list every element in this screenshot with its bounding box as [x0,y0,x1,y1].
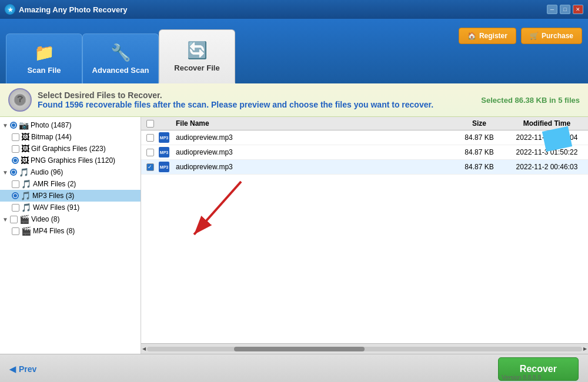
window-controls: ─ □ ✕ [547,5,583,14]
scroll-thumb[interactable] [234,347,365,351]
header-size: Size [453,119,506,128]
info-text: Select Desired Files to Recover. Found 1… [38,91,433,109]
purchase-icon: 🛒 [530,32,539,40]
checkbox-row2[interactable] [146,149,154,156]
register-label: Register [479,32,507,40]
mp4-icon: 🎬 [21,226,31,236]
toolbar-right-buttons: 🏠 Register 🛒 Purchase [459,28,582,44]
check-bitmap[interactable] [12,133,19,141]
tree-item-amr[interactable]: 🎵 AMR Files (2) [0,178,141,190]
tab-scan-file-label: Scan File [27,66,61,75]
info-bar-left: Select Desired Files to Recover. Found 1… [8,88,433,112]
recover-label: Recover [520,364,557,374]
advanced-scan-icon: 🔧 [111,43,131,62]
audio-folder-icon: 🎵 [19,167,29,177]
file-tree: ▼ 📷 Photo (1487) 🖼 Bitmap (144) 🖼 Gif Gr… [0,117,141,354]
expand-video-icon: ▼ [2,216,8,223]
prev-button[interactable]: ◀ Prev [9,364,36,374]
purchase-button[interactable]: 🛒 Purchase [521,28,582,44]
tree-label-bitmap: Bitmap (144) [31,133,72,141]
header-modified: Modified Time [506,119,588,128]
header-icon-spacer [159,119,173,128]
mp3-file-icon-3: MP3 [159,162,169,172]
tree-label-png: PNG Graphics Files (1120) [31,156,115,165]
photo-folder-icon: 📷 [19,120,29,130]
gif-icon: 🖼 [21,144,29,153]
checkbox-row3[interactable]: ✓ [146,163,154,171]
tab-advanced-scan-label: Advanced Scan [92,66,149,75]
tree-item-png[interactable]: 🖼 PNG Graphics Files (1120) [0,155,141,166]
radio-png[interactable] [12,157,19,164]
file-icon-3: MP3 [159,162,173,172]
app-title: Amazing Any Photo Recovery [19,5,127,14]
tree-item-mp4[interactable]: 🎬 MP4 Files (8) [0,225,141,237]
filename-3: audiopreview.mp3 [173,163,453,171]
horizontal-scrollbar[interactable]: ◀ ▶ [141,343,588,354]
tree-item-audio[interactable]: ▼ 🎵 Audio (96) [0,166,141,178]
tree-label-audio: Audio (96) [31,168,63,176]
app-title-area: ★ Amazing Any Photo Recovery [5,4,127,15]
radio-audio[interactable] [10,169,17,176]
tree-item-gif[interactable]: 🖼 Gif Graphics Files (223) [0,143,141,155]
close-button[interactable]: ✕ [573,5,583,14]
tree-item-bitmap[interactable]: 🖼 Bitmap (144) [0,131,141,143]
header-checkbox[interactable] [146,120,154,128]
radio-mp3[interactable] [12,192,19,199]
tree-item-photo[interactable]: ▼ 📷 Photo (1487) [0,119,141,131]
file-check-2[interactable] [141,149,159,156]
purchase-label: Purchase [542,32,573,40]
mp3-file-icon-2: MP3 [159,147,169,158]
png-icon: 🖼 [21,156,29,165]
amr-icon: 🎵 [21,179,31,189]
recover-file-icon: 🔄 [187,41,208,60]
bottom-bar: ◀ Prev Recover Version 8.8.8.9 [0,354,588,382]
check-amr[interactable] [12,180,19,188]
filetime-3: 2022-11-2 00:46:03 [506,163,588,171]
tree-item-mp3[interactable]: 🎵 MP3 Files (3) [0,190,141,202]
scroll-left-arrow[interactable]: ◀ [142,346,146,351]
tree-item-video[interactable]: ▼ 🎬 Video (8) [0,213,141,225]
check-wav[interactable] [12,204,19,212]
maximize-button[interactable]: □ [560,5,570,14]
file-check-3[interactable]: ✓ [141,163,159,171]
check-video[interactable] [10,216,18,223]
prev-label: Prev [19,364,36,374]
check-mp4[interactable] [12,227,19,235]
checkbox-row1[interactable] [146,134,154,142]
tree-label-mp3: MP3 Files (3) [32,192,74,200]
table-row[interactable]: MP3 audiopreview.mp3 84.87 KB 2022-11-3 … [141,145,588,160]
register-icon: 🏠 [467,32,476,40]
tab-advanced-scan[interactable]: 🔧 Advanced Scan [82,33,159,83]
version-text: Version 8.8.8.9 [502,374,541,381]
title-bar: ★ Amazing Any Photo Recovery ─ □ ✕ [0,0,588,19]
mp3-file-icon: MP3 [159,132,169,143]
file-check-1[interactable] [141,134,159,142]
register-button[interactable]: 🏠 Register [459,28,516,44]
radio-photo[interactable] [10,122,17,129]
filesize-3: 84.87 KB [453,163,506,171]
main-content: ▼ 📷 Photo (1487) 🖼 Bitmap (144) 🖼 Gif Gr… [0,117,588,354]
tree-label-video: Video (8) [31,215,59,223]
table-row[interactable]: MP3 audiopreview.mp3 84.87 KB 2022-11-2 … [141,130,588,145]
tree-label-gif: Gif Graphics Files (223) [31,145,106,153]
table-row[interactable]: ✓ MP3 audiopreview.mp3 84.87 KB 2022-11-… [141,160,588,175]
app-icon: ★ [5,4,15,15]
bitmap-icon: 🖼 [21,132,29,142]
info-bar: Select Desired Files to Recover. Found 1… [0,83,588,117]
tab-recover-file-label: Recover File [174,63,219,72]
scroll-right-arrow[interactable]: ▶ [583,346,587,351]
file-table-header: File Name Size Modified Time [141,117,588,130]
tree-item-wav[interactable]: 🎵 WAV Files (91) [0,202,141,213]
minimize-button[interactable]: ─ [547,5,557,14]
scroll-track[interactable] [147,347,582,351]
info-subtitle: Found 1596 recoverable files after the s… [38,100,433,109]
check-gif[interactable] [12,145,19,153]
info-icon [8,88,32,112]
info-title: Select Desired Files to Recover. [38,91,433,100]
file-panel: File Name Size Modified Time MP3 audiopr… [141,117,588,354]
header-check[interactable] [141,119,159,128]
filesize-1: 84.87 KB [453,133,506,142]
tab-recover-file[interactable]: 🔄 Recover File [159,29,235,83]
filename-1: audiopreview.mp3 [173,133,453,142]
tab-scan-file[interactable]: 📁 Scan File [6,33,82,83]
